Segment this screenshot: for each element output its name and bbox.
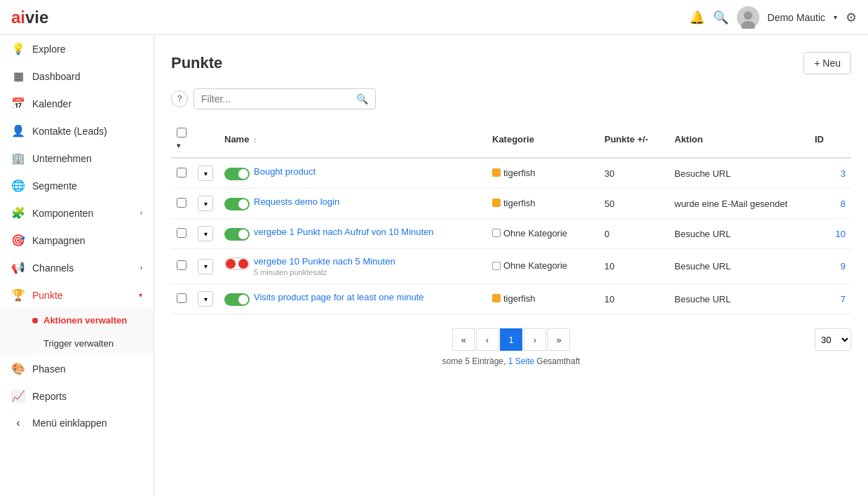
sort-icon-name[interactable]: ↕	[253, 135, 257, 144]
row-action-dropdown[interactable]: ▾	[198, 226, 213, 241]
page-title: Punkte	[171, 54, 222, 72]
channels-chevron: ›	[140, 264, 142, 272]
sidebar-item-menu-einklappen[interactable]: ‹ Menü einklappen	[0, 410, 154, 436]
punkte-icon: 🏆	[11, 288, 25, 302]
sidebar-item-segmente[interactable]: 🌐 Segmente	[0, 172, 154, 199]
pagination-next[interactable]: ›	[524, 328, 546, 351]
filter-help-icon[interactable]: ?	[171, 91, 188, 107]
sidebar-sub-item-aktionen[interactable]: Aktionen verwalten	[0, 309, 154, 332]
pagination-info-link[interactable]: 1 Seite	[508, 356, 534, 366]
sidebar-label-punkte: Punkte	[32, 290, 63, 301]
row-name-link[interactable]: Bought product	[254, 166, 316, 177]
punkte-submenu: Aktionen verwalten Trigger verwalten	[0, 309, 154, 355]
punkte-cell: 10	[599, 284, 669, 314]
row-checkbox[interactable]	[177, 260, 187, 270]
new-button[interactable]: + Neu	[803, 52, 851, 74]
top-header: aivie 🔔 🔍 Demo Mautic ▾ ⚙	[0, 0, 868, 35]
toggle-switch[interactable]	[224, 228, 250, 241]
content-area: Punkte + Neu ? 🔍 ▾ Name	[154, 35, 868, 496]
pagination-current[interactable]: 1	[500, 328, 522, 351]
id-value: 10	[815, 229, 846, 239]
content-header: Punkte + Neu	[171, 52, 851, 74]
toggle-switch[interactable]	[224, 168, 250, 180]
pagination-prev[interactable]: ‹	[476, 328, 499, 351]
toggle-switch[interactable]	[224, 257, 250, 270]
user-dropdown-arrow[interactable]: ▾	[834, 13, 837, 21]
select-all-checkbox[interactable]	[177, 128, 187, 138]
sidebar-item-komponenten[interactable]: 🧩 Komponenten ›	[0, 199, 154, 227]
reports-icon: 📈	[11, 389, 25, 403]
sidebar-label-segmente: Segmente	[32, 180, 77, 192]
row-name-link[interactable]: Requests demo login	[254, 196, 339, 207]
punkte-cell: 0	[599, 219, 669, 249]
kategorie-badge: Ohne Kategorie	[492, 228, 567, 239]
kategorie-label: tigerfish	[503, 168, 536, 178]
row-name-link[interactable]: Visits product page for at least one min…	[254, 292, 424, 302]
pagination-last[interactable]: »	[548, 328, 570, 351]
main-layout: 💡 Explore ▦ Dashboard 📅 Kalender 👤 Konta…	[0, 35, 868, 496]
kategorie-dot	[492, 294, 501, 302]
table-row: ▾ Bought product tigerfish 30Besuche URL…	[171, 158, 851, 189]
sidebar: 💡 Explore ▦ Dashboard 📅 Kalender 👤 Konta…	[0, 35, 154, 496]
sidebar-item-kalender[interactable]: 📅 Kalender	[0, 90, 154, 117]
table-row: ▾ Requests demo login tigerfish 50wurde …	[171, 189, 851, 219]
th-name-label: Name	[224, 134, 249, 145]
row-action-dropdown[interactable]: ▾	[198, 166, 213, 181]
name-cell: vergebe 10 Punkte nach 5 Minuten 5 minut…	[224, 256, 481, 276]
sidebar-label-reports: Reports	[32, 391, 67, 402]
row-checkbox[interactable]	[177, 228, 187, 238]
kategorie-label: tigerfish	[503, 198, 536, 208]
pagination-info: some 5 Einträge, 1 Seite Gesamthaft	[171, 356, 851, 366]
sidebar-item-reports[interactable]: 📈 Reports	[0, 382, 154, 410]
row-action-dropdown[interactable]: ▾	[198, 259, 213, 274]
user-name: Demo Mautic	[768, 12, 825, 23]
search-icon[interactable]: 🔍	[713, 10, 728, 25]
header-dropdown-arrow[interactable]: ▾	[177, 142, 180, 149]
name-text-wrap: Requests demo login	[254, 196, 339, 207]
row-checkbox[interactable]	[177, 293, 187, 303]
id-value: 9	[815, 261, 846, 272]
sidebar-item-kampagnen[interactable]: 🎯 Kampagnen	[0, 227, 154, 254]
th-name: Name ↕	[219, 121, 487, 158]
th-row-action	[192, 121, 219, 158]
row-checkbox[interactable]	[177, 168, 187, 177]
sidebar-item-phasen[interactable]: 🎨 Phasen	[0, 355, 154, 382]
row-name-link[interactable]: vergebe 10 Punkte nach 5 Minuten	[254, 256, 395, 267]
th-checkbox: ▾	[171, 121, 192, 158]
sidebar-item-explore[interactable]: 💡 Explore	[0, 35, 154, 62]
sidebar-label-kontakte: Kontakte (Leads)	[32, 126, 107, 137]
sidebar-item-dashboard[interactable]: ▦ Dashboard	[0, 62, 154, 90]
th-punkte: Punkte +/-	[599, 121, 669, 158]
filter-bar: ? 🔍	[171, 88, 851, 109]
collapse-icon: ‹	[11, 417, 25, 429]
th-kategorie: Kategorie	[487, 121, 599, 158]
sidebar-item-channels[interactable]: 📢 Channels ›	[0, 254, 154, 281]
sidebar-item-kontakte[interactable]: 👤 Kontakte (Leads)	[0, 117, 154, 145]
sidebar-item-punkte[interactable]: 🏆 Punkte ▾	[0, 281, 154, 309]
row-action-dropdown[interactable]: ▾	[198, 291, 213, 307]
filter-input[interactable]	[194, 89, 349, 109]
toggle-switch[interactable]	[224, 293, 250, 306]
id-cell: 9	[809, 249, 851, 284]
table-row: ▾ vergebe 10 Punkte nach 5 Minuten 5 min…	[171, 249, 851, 284]
row-action-dropdown[interactable]: ▾	[198, 196, 213, 211]
row-checkbox[interactable]	[177, 198, 187, 208]
name-cell: vergebe 1 Punkt nach Aufruf von 10 Minut…	[224, 227, 481, 241]
punkte-cell: 10	[599, 249, 669, 284]
data-table: ▾ Name ↕ Kategorie Punkte +/- Aktion ID …	[171, 121, 851, 314]
channels-icon: 📢	[11, 261, 25, 274]
bell-icon[interactable]: 🔔	[689, 10, 705, 25]
sidebar-label-channels: Channels	[32, 262, 74, 274]
toggle-switch[interactable]	[224, 198, 250, 210]
row-name-link[interactable]: vergebe 1 Punkt nach Aufruf von 10 Minut…	[254, 227, 434, 237]
pagination-first[interactable]: «	[452, 328, 475, 351]
pagination-info-prefix: some 5 Einträge,	[442, 356, 506, 366]
sidebar-item-unternehmen[interactable]: 🏢 Unternehmen	[0, 145, 154, 172]
kategorie-dot	[492, 262, 501, 270]
per-page-select[interactable]: 30 50 100	[815, 328, 851, 351]
pagination-info-suffix: Gesamthaft	[536, 356, 580, 366]
sidebar-sub-item-trigger[interactable]: Trigger verwalten	[0, 332, 154, 355]
logo-ai: ai	[11, 8, 25, 27]
filter-search-button[interactable]: 🔍	[349, 89, 375, 109]
gear-icon[interactable]: ⚙	[846, 10, 857, 25]
